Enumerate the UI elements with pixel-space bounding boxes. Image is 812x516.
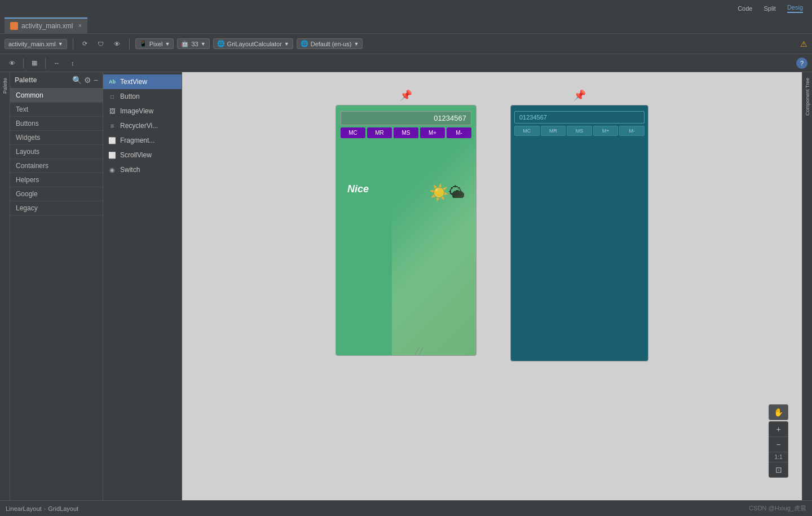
blueprint-btn[interactable]: ▦ — [27, 57, 42, 69]
secondary-toolbar: 👁 ▦ ↔ ↕ ? — [0, 54, 812, 72]
palette-close-btn[interactable]: − — [94, 76, 98, 85]
cat-layouts[interactable]: Layouts — [10, 145, 103, 159]
zoom-out-btn[interactable]: − — [769, 437, 788, 452]
btn-mminus[interactable]: M- — [447, 127, 471, 138]
palette-search-btn[interactable]: 🔍 — [72, 76, 82, 85]
cat-helpers[interactable]: Helpers — [10, 173, 103, 187]
scrollview-icon: ⬜ — [108, 151, 117, 160]
chevron-down-icon4: ▼ — [284, 41, 289, 47]
tab-bar: Code Split Desig — [0, 0, 812, 17]
file-tab[interactable]: activity_main.xml × — [5, 17, 87, 33]
refresh-btn[interactable]: ⟳ — [79, 38, 91, 49]
globe2-icon: 🌐 — [301, 40, 308, 47]
dark-btn-mplus[interactable]: M+ — [593, 126, 619, 136]
comp-button-label: Button — [120, 92, 140, 100]
chevron-down-icon2: ▼ — [165, 41, 170, 47]
fit-screen-btn[interactable]: ⊡ — [769, 462, 788, 477]
eye2-icon: 👁 — [9, 60, 15, 67]
zoom-in-btn[interactable]: + — [769, 422, 788, 436]
pin-icon-dark: 📌 — [573, 89, 586, 102]
t2-sep-1 — [23, 58, 24, 68]
v-arrows-btn[interactable]: ↕ — [67, 58, 79, 69]
dark-btn-mc[interactable]: MC — [514, 126, 540, 136]
device-dropdown[interactable]: 📱 Pixel ▼ — [135, 38, 174, 49]
file-dropdown[interactable]: activity_main.xml ▼ — [5, 39, 67, 49]
fragment-icon: ⬜ — [108, 136, 117, 145]
phone-preview-dark: 📌 01234567 MC MR MS M+ M- — [510, 89, 648, 361]
cat-google[interactable]: Google — [10, 187, 103, 201]
canvas-area: 📌 01234567 MC MR MS M+ M- Nice — [182, 72, 802, 516]
cat-common[interactable]: Common — [10, 89, 103, 103]
weather-area: ☀️🌥 — [429, 183, 465, 202]
code-tab[interactable]: Code — [738, 5, 752, 12]
btn-mr[interactable]: MR — [367, 127, 392, 138]
component-tree-label[interactable]: Component Tree — [805, 78, 810, 116]
comp-button[interactable]: □ Button — [103, 89, 182, 104]
component-tree-tab[interactable]: Component Tree — [802, 72, 812, 516]
error-btn[interactable]: 🛡 — [94, 39, 107, 49]
breadcrumb-separator: › — [44, 505, 46, 512]
palette-side-tab[interactable]: Palette — [0, 72, 10, 516]
cat-legacy[interactable]: Legacy — [10, 201, 103, 215]
api-label: 33 — [191, 41, 198, 47]
zoom-ratio-label: 1:1 — [769, 452, 788, 462]
comp-fragment[interactable]: ⬜ Fragment... — [103, 133, 182, 148]
textview-icon: Ab — [108, 77, 117, 86]
breadcrumb-grid[interactable]: GridLayout — [48, 505, 78, 512]
dark-btn-mr[interactable]: MR — [541, 126, 566, 136]
comp-imageview-label: ImageView — [120, 107, 153, 115]
dark-btn-ms[interactable]: MS — [567, 126, 592, 136]
eye-btn[interactable]: 👁 — [111, 39, 123, 49]
cat-buttons[interactable]: Buttons — [10, 117, 103, 131]
palette-side-label[interactable]: Palette — [2, 78, 8, 94]
btn-mplus[interactable]: M+ — [420, 127, 445, 138]
view-options-btn[interactable]: 👁 — [5, 58, 20, 69]
cat-containers[interactable]: Containers — [10, 159, 103, 173]
comp-imageview[interactable]: 🖼 ImageView — [103, 104, 182, 118]
btn-mc[interactable]: MC — [341, 127, 365, 138]
hand-tool-btn[interactable]: ✋ — [769, 404, 788, 420]
chevron-down-icon5: ▼ — [354, 41, 359, 47]
split-tab[interactable]: Split — [764, 5, 775, 12]
breadcrumb: LinearLayout › GridLayout — [6, 505, 78, 512]
toolbar-sep-2 — [129, 38, 130, 50]
comp-scrollview[interactable]: ⬜ ScrollView — [103, 148, 182, 162]
resize-handle[interactable]: ╱╱ — [415, 347, 423, 355]
watermark-text: CSDN @Hxiug_虎晨 — [749, 504, 806, 513]
cat-widgets[interactable]: Widgets — [10, 131, 103, 145]
comp-textview[interactable]: Ab TextView — [103, 74, 182, 89]
h-arrows-btn[interactable]: ↔ — [49, 58, 64, 69]
palette-categories: Common Text Buttons Widgets Layouts Cont… — [10, 89, 103, 516]
dark-display: 01234567 — [514, 111, 645, 124]
phone-gradient — [392, 105, 476, 355]
api-dropdown[interactable]: 🤖 33 ▼ — [177, 38, 209, 49]
dark-btn-mminus[interactable]: M- — [619, 126, 645, 136]
android-small-icon: 🤖 — [181, 40, 189, 47]
layout-label: GriLayoutCalculator — [227, 41, 282, 47]
comp-recyclerview[interactable]: ≡ RecyclerVi... — [103, 118, 182, 133]
dark-buttons-row: MC MR MS M+ M- — [514, 126, 645, 136]
cat-text[interactable]: Text — [10, 103, 103, 117]
imageview-icon: 🖼 — [108, 107, 117, 116]
light-center-content: Nice ☀️🌥 — [336, 183, 476, 202]
locale-dropdown[interactable]: 🌐 Default (en-us) ▼ — [297, 38, 363, 49]
nice-text: Nice — [347, 183, 369, 202]
palette-settings-btn[interactable]: ⚙ — [84, 76, 91, 85]
warning-icon: ⚠ — [800, 39, 807, 48]
help-btn[interactable]: ? — [796, 58, 807, 69]
design-tab[interactable]: Desig — [787, 4, 803, 13]
comp-fragment-label: Fragment... — [120, 136, 155, 144]
light-display: 01234567 — [341, 111, 471, 125]
btn-ms[interactable]: MS — [394, 127, 418, 138]
comp-switch[interactable]: ◉ Switch — [103, 162, 182, 177]
chevron-down-icon3: ▼ — [201, 41, 206, 47]
refresh-icon: ⟳ — [82, 40, 87, 47]
locale-label: Default (en-us) — [311, 41, 352, 47]
t2-sep-2 — [45, 58, 46, 68]
switch-icon: ◉ — [108, 165, 117, 174]
light-buttons-row: MC MR MS M+ M- — [341, 127, 471, 138]
tab-close-btn[interactable]: × — [78, 23, 82, 29]
breadcrumb-linear[interactable]: LinearLayout — [6, 505, 42, 512]
layout-dropdown[interactable]: 🌐 GriLayoutCalculator ▼ — [213, 38, 293, 49]
phone-frame-light: 01234567 MC MR MS M+ M- Nice ☀️🌥 — [336, 105, 476, 356]
